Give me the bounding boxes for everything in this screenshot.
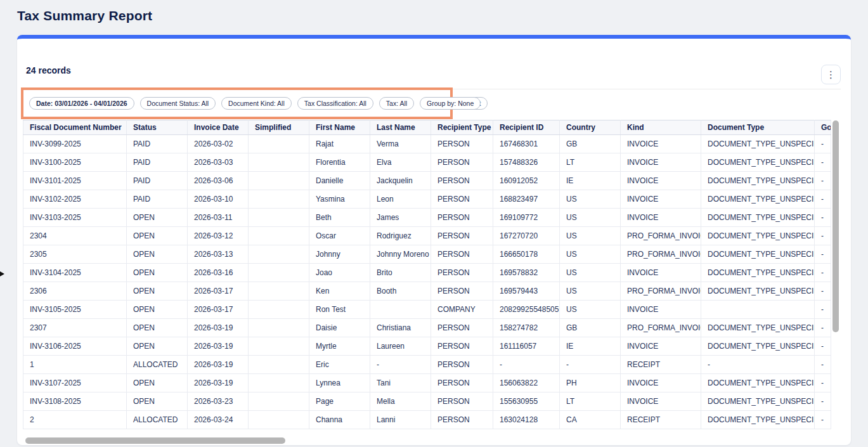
table-cell: 2026-03-19 <box>188 356 249 374</box>
group-by-filter-chip[interactable]: Group by: None <box>420 97 481 110</box>
column-header: Fiscal Document Number <box>23 120 127 135</box>
tax-classification-filter-chip[interactable]: Tax Classification: All <box>297 97 373 110</box>
column-header: Invoice Date <box>188 120 249 135</box>
table-cell: Tani <box>370 374 431 392</box>
table-cell: - <box>815 282 831 301</box>
tax-filter-chip[interactable]: Tax: All <box>379 97 414 110</box>
table-cell: Daisie <box>309 319 370 337</box>
document-kind-filter-chip[interactable]: Document Kind: All <box>221 97 292 110</box>
table-cell: OPEN <box>127 337 188 356</box>
table-row[interactable]: INV-3106-2025OPEN2026-03-19MyrtleLaureen… <box>23 337 831 356</box>
table-row[interactable]: 2305OPEN2026-03-13JohnnyJohnny MorenoPER… <box>23 245 831 264</box>
table-cell: Myrtle <box>309 337 370 356</box>
table-row[interactable]: INV-3108-2025OPEN2026-03-23PageMellaPERS… <box>23 392 831 411</box>
table-cell: DOCUMENT_TYPE_UNSPECIFIED <box>701 374 815 392</box>
table-cell: - <box>815 356 831 374</box>
table-cell: PERSON <box>431 374 493 392</box>
table-cell <box>249 374 309 392</box>
table-cell: US <box>560 264 621 282</box>
table-cell: OPEN <box>127 319 188 337</box>
table-row[interactable]: 2307OPEN2026-03-19DaisieChristianaPERSON… <box>23 319 831 337</box>
table-row[interactable]: INV-3103-2025OPEN2026-03-11BethJamesPERS… <box>23 209 831 227</box>
table-cell: - <box>560 356 621 374</box>
table-row[interactable]: INV-3101-2025PAID2026-03-06DanielleJackq… <box>23 172 831 190</box>
table-cell: PAID <box>127 190 188 209</box>
table-row[interactable]: INV-3107-2025OPEN2026-03-19LynneaTaniPER… <box>23 374 831 392</box>
table-row[interactable]: INV-3102-2025PAID2026-03-10YasminaLeonPE… <box>23 190 831 209</box>
table-cell: Beth <box>309 209 370 227</box>
table-cell: US <box>560 282 621 301</box>
date-filter-chip[interactable]: Date: 03/01/2026 - 04/01/2026 <box>29 97 134 110</box>
table-cell: Mella <box>370 392 431 411</box>
table-cell: - <box>815 264 831 282</box>
table-cell: Booth <box>370 282 431 301</box>
table-row[interactable]: INV-3105-2025OPEN2026-03-17Ron TestCOMPA… <box>23 301 831 319</box>
table-row[interactable]: 2ALLOCATED2026-03-24ChannaLanniPERSON163… <box>23 411 831 429</box>
table-cell: Laureen <box>370 337 431 356</box>
table-cell: 2026-03-13 <box>188 245 249 264</box>
table-cell: US <box>560 209 621 227</box>
table-row[interactable]: INV-3099-2025PAID2026-03-02RajatVermaPER… <box>23 135 831 153</box>
table-cell: 167270720 <box>493 227 560 245</box>
table-cell: 166650178 <box>493 245 560 264</box>
table-cell: DOCUMENT_TYPE_UNSPECIFIED <box>701 264 815 282</box>
table-cell <box>249 411 309 429</box>
table-cell <box>249 356 309 374</box>
table-cell: 157488326 <box>493 153 560 172</box>
filters-highlight-annotation: Date: 03/01/2026 - 04/01/2026Document St… <box>21 87 453 119</box>
table-cell: IE <box>560 172 621 190</box>
table-row[interactable]: 2304OPEN2026-03-12OscarRodriguezPERSON16… <box>23 227 831 245</box>
table-cell: PERSON <box>431 319 493 337</box>
table-cell: ALLOCATED <box>127 356 188 374</box>
table-row[interactable]: 2306OPEN2026-03-17KenBoothPERSON16957944… <box>23 282 831 301</box>
table-cell: ALLOCATED <box>127 411 188 429</box>
table-cell: US <box>560 301 621 319</box>
table-cell: INV-3101-2025 <box>23 172 127 190</box>
table-cell: OPEN <box>127 282 188 301</box>
table-cell: - <box>701 356 815 374</box>
table-cell <box>701 301 815 319</box>
table-cell: INVOICE <box>621 172 701 190</box>
table-cell: DOCUMENT_TYPE_UNSPECIFIED <box>701 392 815 411</box>
table-cell: 169579443 <box>493 282 560 301</box>
tax-documents-table: Fiscal Document NumberStatusInvoice Date… <box>23 120 831 429</box>
table-cell: Brito <box>370 264 431 282</box>
table-row[interactable]: 1ALLOCATED2026-03-19Eric-PERSON--RECEIPT… <box>23 356 831 374</box>
document-status-filter-chip[interactable]: Document Status: All <box>140 97 216 110</box>
table-cell: PERSON <box>431 135 493 153</box>
table-cell: INV-3104-2025 <box>23 264 127 282</box>
table-cell: DOCUMENT_TYPE_UNSPECIFIED <box>701 245 815 264</box>
table-cell: Leon <box>370 190 431 209</box>
table-cell: Elva <box>370 153 431 172</box>
table-cell: PERSON <box>431 411 493 429</box>
table-row[interactable]: INV-3104-2025OPEN2026-03-16JoaoBritoPERS… <box>23 264 831 282</box>
table-cell: OPEN <box>127 227 188 245</box>
table-cell: PRO_FORMA_INVOICE <box>621 227 701 245</box>
more-options-button[interactable]: ⋮ <box>821 65 841 84</box>
table-cell <box>249 227 309 245</box>
table-row[interactable]: INV-3100-2025PAID2026-03-03FlorentiaElva… <box>23 153 831 172</box>
column-header: Gov <box>815 120 831 135</box>
vertical-scrollbar-thumb[interactable] <box>832 120 839 332</box>
table-cell: INVOICE <box>621 392 701 411</box>
table-cell <box>370 301 431 319</box>
table-cell: 2026-03-17 <box>188 282 249 301</box>
table-cell: PAID <box>127 153 188 172</box>
table-cell: Joao <box>309 264 370 282</box>
table-cell: 2026-03-11 <box>188 209 249 227</box>
report-card: 24 records ⋮ Date: 03/01/2026 - 04/01/20… <box>17 35 851 445</box>
horizontal-scrollbar-thumb[interactable] <box>25 437 285 444</box>
table-cell: Ron Test <box>309 301 370 319</box>
table-cell: INVOICE <box>621 190 701 209</box>
table-cell: PRO_FORMA_INVOICE <box>621 319 701 337</box>
table-cell: DOCUMENT_TYPE_UNSPECIFIED <box>701 190 815 209</box>
table-cell: 2026-03-19 <box>188 337 249 356</box>
table-cell: INVOICE <box>621 209 701 227</box>
table-cell: OPEN <box>127 245 188 264</box>
table-cell: INVOICE <box>621 301 701 319</box>
table-cell: 161116057 <box>493 337 560 356</box>
table-cell: - <box>370 356 431 374</box>
table-cell <box>249 392 309 411</box>
column-header: Document Type <box>701 120 815 135</box>
table-cell: Eric <box>309 356 370 374</box>
